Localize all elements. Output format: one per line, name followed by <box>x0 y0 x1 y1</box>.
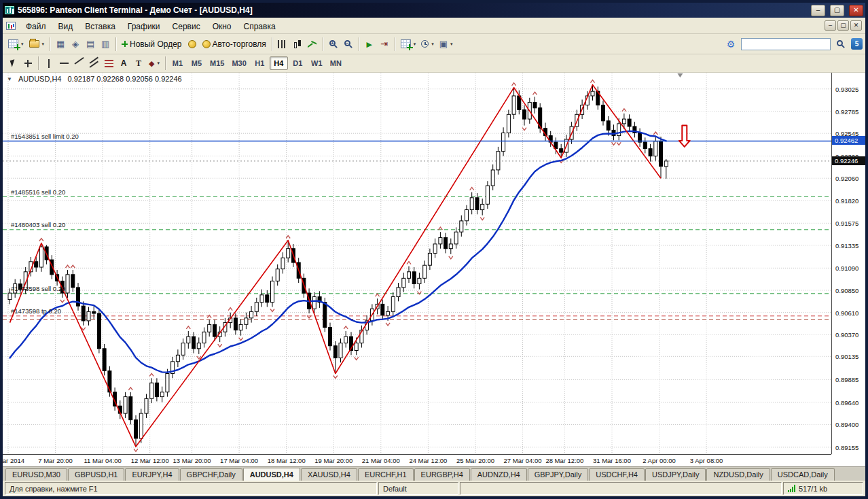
chart-tab-gbpchf-daily[interactable]: GBPCHF,Daily <box>180 468 242 481</box>
timeframe-group: M1M5M15M30H1H4D1W1MN <box>168 56 345 70</box>
chart-header: ▼ AUDUSD,H4 0.92187 0.92268 0.92056 0.92… <box>7 75 182 83</box>
autotrade-button[interactable]: Авто-торговля <box>200 37 269 52</box>
chart-tab-eurgbp-h4[interactable]: EURGBP,H4 <box>414 468 470 481</box>
line-chart-button[interactable] <box>305 37 320 52</box>
price-scale-label: 0.90610 <box>835 309 858 317</box>
menu-item-help[interactable]: Справка <box>238 20 282 33</box>
terminal-button[interactable]: ▥ <box>98 37 113 52</box>
mql5-community-button[interactable]: 5 <box>851 38 863 50</box>
trendline-button[interactable] <box>71 56 86 71</box>
chart-restore-button[interactable]: ▢ <box>837 20 849 31</box>
price-scale-label: 0.91090 <box>835 264 858 272</box>
restore-button[interactable]: ▢ <box>830 5 844 16</box>
timeframe-w1-button[interactable]: W1 <box>308 56 326 70</box>
settings-button[interactable]: ⚙ <box>723 37 738 52</box>
data-window-icon: ▤ <box>86 39 94 49</box>
chart-shift-button[interactable]: ⇥ <box>377 37 392 52</box>
chart-tab-usdjpy-daily[interactable]: USDJPY,Daily <box>645 468 706 481</box>
app-icon <box>5 6 14 14</box>
chart-tab-usdcad-daily[interactable]: USDCAD,Daily <box>771 468 835 481</box>
application-window: 565896: Panteon Client Terminal - Демо С… <box>0 0 868 499</box>
text-tool-button[interactable]: A <box>116 56 131 71</box>
chart-close-button[interactable]: ✕ <box>850 20 862 31</box>
fibonacci-icon <box>105 60 113 67</box>
minimize-button[interactable]: – <box>811 5 825 16</box>
navigator-button[interactable]: ◈ <box>68 37 83 52</box>
status-connection: 517/1 kb <box>783 482 863 495</box>
menu-item-insert[interactable]: Вставка <box>79 20 122 33</box>
text-tool-icon: A <box>121 59 127 68</box>
horizontal-line-button[interactable] <box>56 56 71 71</box>
autotrade-coin-button[interactable] <box>185 37 200 52</box>
toolbar-separator <box>165 56 166 70</box>
vertical-line-button[interactable] <box>41 56 56 71</box>
fibonacci-button[interactable] <box>101 56 116 71</box>
menu-item-file[interactable]: Файл <box>20 20 52 33</box>
timeframe-h1-button[interactable]: H1 <box>251 56 269 70</box>
time-axis-label: 3 Apr 08:00 <box>690 457 723 464</box>
status-help-text: Для справки, нажмите F1 <box>5 482 377 495</box>
chart-shift-icon: ⇥ <box>380 39 388 48</box>
price-scale-label: 0.89155 <box>835 444 858 451</box>
data-window-button[interactable]: ▤ <box>83 37 98 52</box>
time-axis-label: 12 Mar 12:00 <box>131 457 169 464</box>
chart-tab-nzdusd-daily[interactable]: NZDUSD,Daily <box>706 468 770 481</box>
coin-icon <box>188 40 196 48</box>
crosshair-tool-button[interactable] <box>20 56 35 71</box>
timeframe-m1-button[interactable]: M1 <box>168 56 187 70</box>
channel-button[interactable] <box>86 56 101 71</box>
svg-text:#1485516 sell 0.20: #1485516 sell 0.20 <box>11 188 65 196</box>
search-input[interactable] <box>741 38 831 50</box>
chart-tab-eurchf-h1[interactable]: EURCHF,H1 <box>358 468 414 481</box>
menu-item-window[interactable]: Окно <box>206 20 238 33</box>
chart-tab-eurjpy-h4[interactable]: EURJPY,H4 <box>125 468 179 481</box>
menu-item-view[interactable]: Вид <box>52 20 79 33</box>
cursor-tool-button[interactable] <box>5 56 20 71</box>
chart-tab-eurusd-m30[interactable]: EURUSD,M30 <box>5 468 67 481</box>
timeframe-m5-button[interactable]: M5 <box>187 56 206 70</box>
new-chart-button[interactable]: ▾ <box>5 37 26 52</box>
timeframe-d1-button[interactable]: D1 <box>289 56 307 70</box>
chart-tab-audusd-h4[interactable]: AUDUSD,H4 <box>243 468 300 481</box>
expander-triangle-icon[interactable]: ▼ <box>7 76 12 82</box>
indicators-button[interactable]: ▾ <box>398 37 419 52</box>
menu-item-charts[interactable]: Графики <box>122 20 166 33</box>
chart-tab-gbpjpy-daily[interactable]: GBPJPY,Daily <box>528 468 589 481</box>
arrows-button[interactable]: ◆▾ <box>146 56 162 71</box>
status-profile[interactable]: Default <box>378 482 458 495</box>
new-order-button[interactable]: Новый Ордер <box>119 37 184 52</box>
chart-menu-icon[interactable] <box>6 22 16 30</box>
search-button[interactable] <box>833 37 848 52</box>
chart-tab-xauusd-h4[interactable]: XAUUSD,H4 <box>301 468 357 481</box>
chart-tab-usdchf-h4[interactable]: USDCHF,H4 <box>589 468 645 481</box>
candlestick-chart-button[interactable] <box>290 37 305 52</box>
templates-button[interactable]: ▣▾ <box>437 37 456 52</box>
close-button[interactable]: ✕ <box>849 5 863 16</box>
vertical-line-icon <box>48 59 50 68</box>
price-plot[interactable]: #1543851 sell limit 0.20#1485516 sell 0.… <box>3 73 831 454</box>
title-bar: 565896: Panteon Client Terminal - Демо С… <box>3 3 865 18</box>
zoom-in-button[interactable]: + <box>326 37 341 52</box>
auto-scroll-icon: ▶ <box>367 40 372 48</box>
zoom-out-button[interactable]: − <box>341 37 356 52</box>
price-scale[interactable]: 0.930250.927850.925450.923000.920600.918… <box>831 73 865 454</box>
timeframe-m15-button[interactable]: M15 <box>206 56 228 70</box>
text-label-button[interactable]: T <box>131 56 146 71</box>
auto-scroll-button[interactable]: ▶ <box>362 37 377 52</box>
price-scale-label: 0.91575 <box>835 220 858 227</box>
timeframe-m30-button[interactable]: M30 <box>228 56 249 70</box>
bar-chart-button[interactable] <box>275 37 290 52</box>
new-chart-icon <box>8 39 18 48</box>
toolbar-separator <box>115 37 116 51</box>
timeframe-mn-button[interactable]: MN <box>327 56 345 70</box>
chart-tab-audnzd-h4[interactable]: AUDNZD,H4 <box>471 468 527 481</box>
price-scale-label: 0.92060 <box>835 175 858 182</box>
chart-tab-gbpusd-h1[interactable]: GBPUSD,H1 <box>68 468 125 481</box>
timeframe-h4-button[interactable]: H4 <box>270 56 288 70</box>
periods-button[interactable]: ▾ <box>418 37 437 52</box>
chart-minimize-button[interactable]: – <box>825 20 836 31</box>
time-axis[interactable]: 6 Mar 20147 Mar 20:0011 Mar 04:0012 Mar … <box>3 454 831 466</box>
market-watch-button[interactable]: ▦ <box>53 37 68 52</box>
profiles-button[interactable]: ▾ <box>26 37 48 52</box>
menu-item-service[interactable]: Сервис <box>166 20 206 33</box>
